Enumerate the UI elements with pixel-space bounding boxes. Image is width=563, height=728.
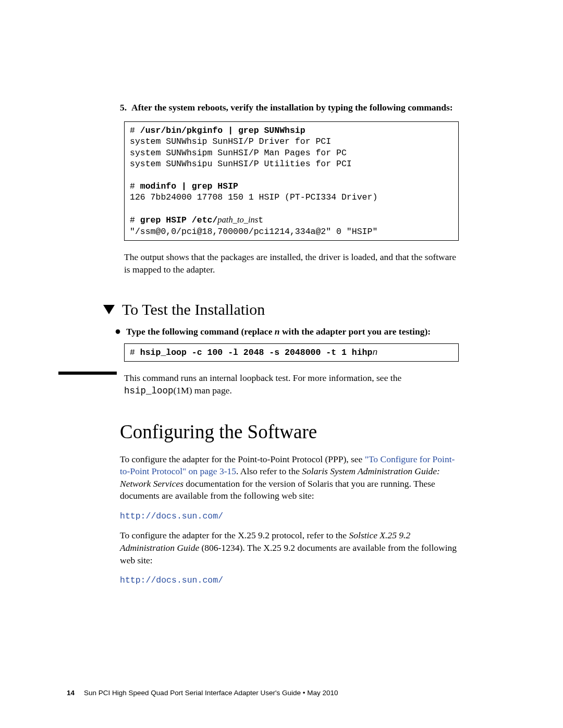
out: system SUNWhsip SunHSI/P Driver for PCI [130, 137, 331, 146]
prompt: # [130, 348, 140, 357]
cmd: t [258, 215, 263, 225]
section-bar [58, 372, 117, 375]
cmd: grep HSIP /etc/ [140, 215, 218, 225]
cmd-var: path_to_ins [217, 215, 258, 225]
out: system SUNWhsipm SunHSI/P Man Pages for … [130, 148, 347, 158]
step-text: After the system reboots, verify the ins… [131, 102, 453, 114]
var: n [275, 326, 280, 337]
t: . Also refer to the [236, 466, 302, 476]
out: 126 7bb24000 17708 150 1 HSIP (PT-PCI334… [130, 192, 377, 202]
prompt: # [130, 181, 140, 191]
triangle-down-icon [103, 305, 115, 314]
url-link[interactable]: http://docs.sun.com/ [120, 511, 223, 521]
out: system SUNWhsipu SunHSI/P Utilities for … [130, 159, 352, 169]
bullet-text: Type the following command (replace n wi… [126, 326, 431, 338]
bullet-icon: ● [115, 326, 121, 338]
bullet-step: ● Type the following command (replace n … [120, 326, 459, 338]
t: Type the following command (replace [126, 326, 275, 337]
url-link[interactable]: http://docs.sun.com/ [120, 575, 223, 585]
t: To configure the adapter for the Point-t… [120, 454, 365, 464]
page: 5. After the system reboots, verify the … [0, 0, 563, 728]
t: (1M) man page. [174, 385, 232, 396]
paragraph: To configure the adapter for the X.25 9.… [120, 529, 459, 566]
prompt: # [130, 126, 140, 135]
cmd: hsip_loop -c 100 -l 2048 -s 2048000 -t 1… [140, 348, 373, 357]
url-line: http://docs.sun.com/ [120, 510, 459, 522]
t: with the adapter port you are testing): [280, 326, 431, 337]
paragraph: The output shows that the packages are i… [124, 251, 459, 276]
paragraph: To configure the adapter for the Point-t… [120, 453, 459, 503]
heading-2-row: To Test the Installation [103, 301, 459, 318]
heading-2: To Test the Installation [122, 301, 265, 318]
out: "/ssm@0,0/pci@18,700000/pci1214,334a@2" … [130, 227, 377, 237]
code-block-2: # hsip_loop -c 100 -l 2048 -s 2048000 -t… [124, 343, 459, 362]
page-number: 14 [67, 689, 75, 697]
cmd: modinfo | grep HSIP [140, 181, 238, 191]
t: This command runs an internal loopback t… [124, 373, 401, 383]
t: To configure the adapter for the X.25 9.… [120, 530, 349, 540]
cmd-var: n [372, 348, 377, 357]
footer-text: Sun PCI High Speed Quad Port Serial Inte… [84, 689, 338, 697]
code-block-1: # /usr/bin/pkginfo | grep SUNWhsip syste… [124, 121, 459, 241]
cmd: /usr/bin/pkginfo | grep SUNWhsip [140, 126, 305, 135]
page-footer: 14Sun PCI High Speed Quad Port Serial In… [67, 689, 338, 697]
mono: hsip_loop [124, 386, 174, 396]
step-number: 5. [120, 102, 130, 114]
step-5: 5. After the system reboots, verify the … [120, 102, 459, 114]
url-line: http://docs.sun.com/ [120, 574, 459, 586]
heading-1: Configuring the Software [120, 421, 459, 443]
prompt: # [130, 215, 140, 225]
paragraph: This command runs an internal loopback t… [124, 372, 459, 397]
